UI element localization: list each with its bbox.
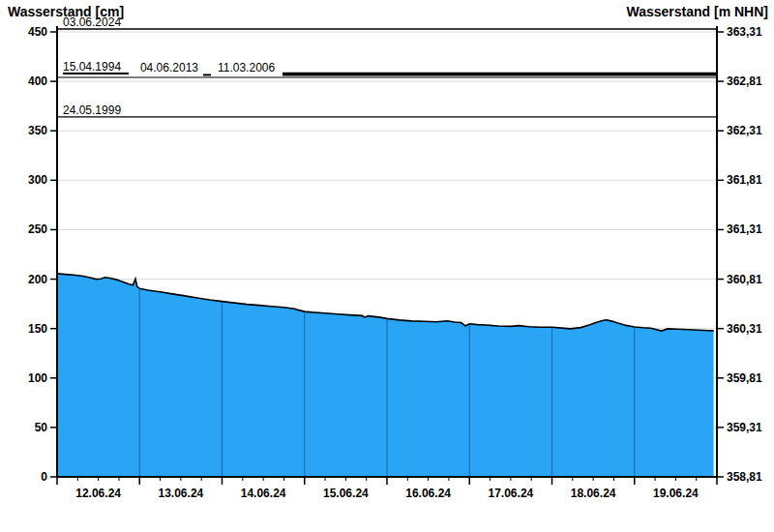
x-axis-date-label: 16.06.24 bbox=[405, 487, 451, 500]
left-axis-tick-label: 300 bbox=[28, 173, 47, 187]
x-axis-date-label: 14.06.24 bbox=[241, 487, 286, 500]
water-level-chart: Wasserstand [cm] Wasserstand [m NHN] 03.… bbox=[0, 0, 774, 532]
plot-canvas: 03.06.202415.04.199404.06.201311.03.2006… bbox=[0, 0, 774, 532]
right-axis-tick-label: 361,31 bbox=[727, 222, 762, 236]
flood-mark-label: 11.03.2006 bbox=[218, 61, 275, 74]
right-axis-tick-label: 359,81 bbox=[727, 371, 762, 385]
left-axis-tick-label: 400 bbox=[28, 74, 47, 88]
x-axis-date-label: 13.06.24 bbox=[159, 487, 204, 500]
left-axis-tick-label: 100 bbox=[28, 371, 47, 385]
x-axis-date-label: 18.06.24 bbox=[571, 487, 616, 500]
flood-mark-label: 03.06.2024 bbox=[63, 15, 121, 29]
right-axis-tick-label: 362,31 bbox=[727, 124, 762, 137]
x-axis-date-label: 12.06.24 bbox=[75, 487, 121, 500]
left-axis-tick-label: 250 bbox=[28, 222, 47, 236]
flood-mark-label: 15.04.1994 bbox=[63, 60, 121, 74]
right-axis-tick-label: 359,31 bbox=[727, 421, 762, 434]
water-level-area bbox=[57, 274, 714, 477]
x-axis-date-label: 17.06.24 bbox=[489, 487, 534, 500]
left-axis-tick-label: 350 bbox=[28, 124, 47, 137]
right-axis-tick-label: 361,81 bbox=[727, 173, 762, 187]
x-axis-date-label: 15.06.24 bbox=[323, 487, 369, 500]
left-axis-tick-label: 50 bbox=[35, 421, 48, 434]
left-axis-tick-label: 0 bbox=[41, 470, 47, 484]
flood-mark-label: 04.06.2013 bbox=[140, 61, 198, 74]
flood-mark-label: 24.05.1999 bbox=[63, 103, 121, 117]
left-axis-tick-label: 450 bbox=[28, 25, 47, 39]
right-axis-tick-label: 360,31 bbox=[727, 322, 762, 336]
right-axis-tick-label: 363,31 bbox=[727, 25, 762, 39]
left-axis-tick-label: 200 bbox=[28, 273, 47, 286]
left-axis-tick-label: 150 bbox=[28, 322, 47, 336]
right-axis-tick-label: 362,81 bbox=[727, 74, 762, 88]
right-axis-tick-label: 358,81 bbox=[727, 470, 762, 484]
x-axis-date-label: 19.06.24 bbox=[653, 487, 699, 500]
right-axis-tick-label: 360,81 bbox=[727, 273, 762, 286]
